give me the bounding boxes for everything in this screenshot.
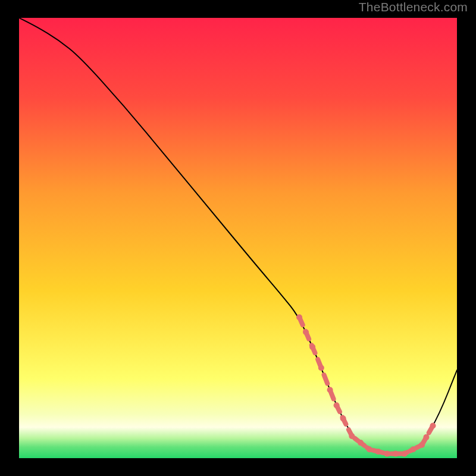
highlight-dot xyxy=(419,442,425,448)
highlight-dot xyxy=(367,446,372,452)
highlight-dot xyxy=(358,440,364,446)
highlight-dot xyxy=(296,314,302,320)
highlight-dot xyxy=(393,451,399,457)
highlight-dot xyxy=(340,415,346,421)
attribution-text: TheBottleneck.com xyxy=(359,0,468,14)
highlight-dot xyxy=(318,365,324,371)
highlight-dash xyxy=(324,375,328,383)
gradient-background xyxy=(19,18,457,458)
highlight-dot xyxy=(384,451,390,457)
chart-frame: TheBottleneck.com xyxy=(0,0,476,476)
highlight-dot xyxy=(375,449,381,455)
highlight-dot xyxy=(410,446,416,452)
highlight-dot xyxy=(430,422,436,428)
highlight-dot xyxy=(423,434,429,440)
highlight-dot xyxy=(309,344,315,350)
highlight-dot xyxy=(334,402,340,408)
chart-svg xyxy=(19,18,457,458)
highlight-dot xyxy=(349,433,355,439)
highlight-dot xyxy=(402,451,408,457)
plot-area xyxy=(19,18,457,458)
highlight-dot xyxy=(327,387,333,393)
highlight-dash xyxy=(355,439,358,441)
highlight-dot xyxy=(303,329,309,335)
